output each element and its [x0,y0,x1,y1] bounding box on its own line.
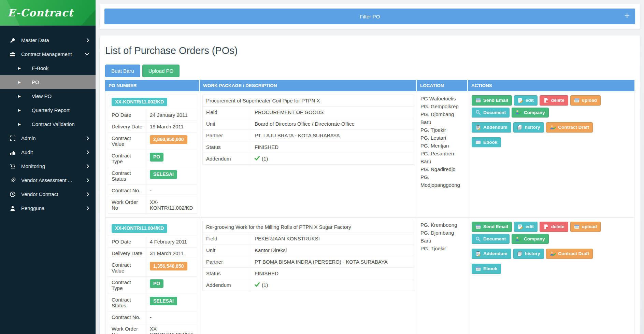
sidebar-item-pengguna[interactable]: Pengguna [0,201,96,215]
status-badge: PO [150,279,163,288]
field-value: PO [146,277,167,294]
sidebar-item-vendor-contract[interactable]: Vendor Contract [0,187,96,201]
action-button-label: Addendum [483,124,507,130]
location-item: PG. Tjoekir [420,245,464,252]
field-row: PO Date4 February 2011 [108,236,197,248]
edit-button[interactable]: edit [514,95,538,106]
sidebar-item-view-po[interactable]: ▶View PO [0,89,96,103]
sidebar-item-e-book[interactable]: ▶E-Book [0,61,96,75]
sidebar-item-label: Audit [21,149,33,155]
history-button[interactable]: history [513,249,544,259]
expand-plus-icon[interactable]: + [624,11,630,21]
send-email-button[interactable]: Send Email [472,222,512,232]
filter-card: Filter PO + [100,4,640,29]
chevron-right-icon [86,38,89,43]
work-package-table: Procurement of Superheater Coil Pipe for… [202,95,414,165]
location-item: PG. Meritjan [420,142,464,150]
action-button-label: delete [551,97,564,103]
field-row: Contract No.- [108,185,197,196]
delete-button[interactable]: delete [540,222,568,232]
sidebar-item-label: Admin [21,135,36,141]
upload-po-top-button[interactable]: Upload PO [142,65,180,77]
sidebar-item-contract-validation[interactable]: ▶Contract Validation [0,117,96,131]
chevron-down-icon [85,53,89,56]
column-header-work-package-description: WORK PACKAGE / DESCRIPTION [200,80,417,91]
action-button-label: Company [524,236,545,242]
sidebar-item-label: PO [32,79,39,85]
edit-icon [518,98,523,103]
po-detail-table: XX-KONTR/11.002/KDPO Date24 January 2011… [108,95,197,214]
location-item: PG. Djombang Baru [420,110,464,126]
field-label: Partner [203,130,251,141]
sidebar-item-audit[interactable]: Audit [0,145,96,159]
sidebar-item-monitoring[interactable]: Monitoring [0,159,96,173]
contract-draft-button[interactable]: Contract Draft [546,122,593,133]
addendum-button[interactable]: Addendum [472,122,511,133]
field-value: Kantor Direksi [251,245,290,256]
work-package-title: Procurement of Superheater Coil Pipe for… [203,95,414,106]
person-check-icon [515,110,521,115]
upload-button[interactable]: upload [570,95,601,106]
filter-po-toggle[interactable]: Filter PO + [104,9,635,24]
wrench-icon [9,37,16,43]
table-body: XX-KONTR/11.002/KDPO Date24 January 2011… [105,91,634,334]
chevron-right-icon [86,206,89,211]
history-button[interactable]: history [513,122,544,133]
ebook-button[interactable]: Ebook [472,264,501,274]
send-email-button[interactable]: Send Email [472,95,512,106]
location-item: PG. Lestari [420,134,464,142]
field-label: Work Order No [108,196,146,213]
field-value: 24 January 2011 [146,109,191,121]
action-button-label: Company [524,110,545,116]
field-label: Work Order No [108,323,146,334]
document-button[interactable]: Document [472,234,510,244]
addendum-button[interactable]: Addendum [472,249,511,259]
edit-icon [518,224,523,229]
contract-draft-button[interactable]: Contract Draft [546,249,593,259]
sidebar-item-vendor-assessment[interactable]: Vendor Assessment ... [0,173,96,187]
sidebar-item-quarterly-report[interactable]: ▶Quarterly Report [0,103,96,117]
work-package-title-row: Re-grooving Work for the Milling Rolls o… [203,221,414,233]
work-package-cell: Procurement of Superheater Coil Pipe for… [200,91,417,217]
edit-button[interactable]: edit [514,222,538,232]
field-label: Status [203,268,251,279]
upload-button[interactable]: upload [570,222,601,232]
check-icon [255,156,260,162]
field-label: Delivery Date [108,121,146,132]
sidebar-item-label: Vendor Assessment ... [21,177,72,183]
delete-button[interactable]: delete [540,95,568,106]
location-item: PG. Gempolkrep [420,102,464,110]
field-row: Contract TypePO [108,150,197,167]
sidebar-item-master-data[interactable]: Master Data [0,33,96,47]
sidebar-item-label: Contract Validation [32,121,75,127]
action-button-label: edit [526,97,534,103]
status-badge: PO [150,153,163,161]
po-row: XX-KONTR/11.002/KDPO Date24 January 2011… [105,91,634,218]
action-button-label: history [525,251,540,257]
field-value: FINISHED [251,141,282,153]
submenu-arrow-icon: ▶ [18,122,23,126]
submenu-arrow-icon: ▶ [18,108,23,112]
sidebar-item-po[interactable]: ▶PO [0,75,96,89]
company-button[interactable]: Company [512,234,549,244]
ebook-button[interactable]: Ebook [472,137,501,148]
field-value: 31 March 2011 [146,248,187,259]
field-value: Board of Directors Office / Directorate … [251,118,358,129]
sidebar-item-label: Contract Management [21,51,72,57]
buat-baru-button[interactable]: Buat Baru [105,65,140,77]
action-button-label: upload [582,224,597,230]
upload-icon [574,98,579,103]
action-button-label: delete [551,224,564,230]
delete-icon [543,98,549,103]
chevron-right-icon [86,192,89,197]
actions-cell: Send EmaileditdeleteuploadDocumentCompan… [468,218,634,334]
person-check-icon [550,251,556,256]
sidebar-item-contract-management[interactable]: Contract Management [0,47,96,61]
field-label: Contract Value [108,259,146,276]
field-value: PEKERJAAN KONSTRUKSI [251,233,323,244]
po-list-card: List of Purchase Orders (POs) Buat BaruU… [100,36,640,334]
sidebar-item-admin[interactable]: Admin [0,131,96,145]
action-button-label: Send Email [483,97,508,103]
document-button[interactable]: Document [472,108,510,118]
company-button[interactable]: Company [512,108,549,118]
